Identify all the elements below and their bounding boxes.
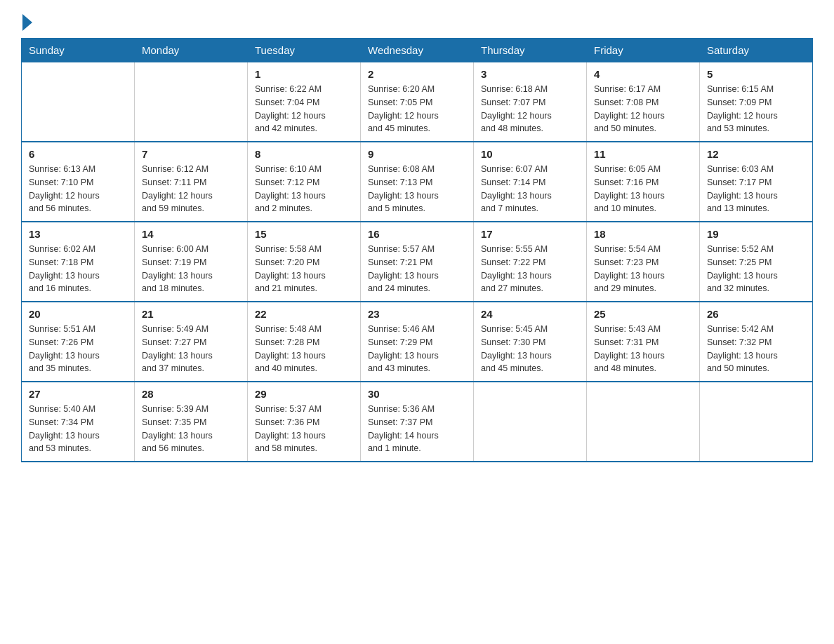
calendar-cell: 22Sunrise: 5:48 AM Sunset: 7:28 PM Dayli… — [248, 302, 361, 382]
calendar-cell: 15Sunrise: 5:58 AM Sunset: 7:20 PM Dayli… — [248, 222, 361, 302]
calendar-cell: 12Sunrise: 6:03 AM Sunset: 7:17 PM Dayli… — [700, 142, 813, 222]
day-info: Sunrise: 5:40 AM Sunset: 7:34 PM Dayligh… — [29, 403, 127, 455]
day-info: Sunrise: 5:36 AM Sunset: 7:37 PM Dayligh… — [368, 403, 466, 455]
calendar-cell: 28Sunrise: 5:39 AM Sunset: 7:35 PM Dayli… — [135, 382, 248, 462]
weekday-header-friday: Friday — [587, 39, 700, 62]
day-number: 8 — [255, 148, 353, 160]
day-number: 24 — [481, 308, 579, 320]
calendar-cell: 16Sunrise: 5:57 AM Sunset: 7:21 PM Dayli… — [361, 222, 474, 302]
day-info: Sunrise: 6:18 AM Sunset: 7:07 PM Dayligh… — [481, 83, 579, 135]
day-info: Sunrise: 5:55 AM Sunset: 7:22 PM Dayligh… — [481, 243, 579, 295]
logo-arrow-icon — [22, 14, 32, 31]
calendar-cell — [700, 382, 813, 462]
day-info: Sunrise: 5:37 AM Sunset: 7:36 PM Dayligh… — [255, 403, 353, 455]
day-number: 6 — [29, 148, 127, 160]
day-info: Sunrise: 5:58 AM Sunset: 7:20 PM Dayligh… — [255, 243, 353, 295]
calendar-cell: 25Sunrise: 5:43 AM Sunset: 7:31 PM Dayli… — [587, 302, 700, 382]
day-number: 11 — [594, 148, 692, 160]
calendar-cell: 23Sunrise: 5:46 AM Sunset: 7:29 PM Dayli… — [361, 302, 474, 382]
calendar-cell: 29Sunrise: 5:37 AM Sunset: 7:36 PM Dayli… — [248, 382, 361, 462]
day-info: Sunrise: 6:10 AM Sunset: 7:12 PM Dayligh… — [255, 163, 353, 215]
day-info: Sunrise: 5:39 AM Sunset: 7:35 PM Dayligh… — [142, 403, 240, 455]
weekday-header-thursday: Thursday — [474, 39, 587, 62]
calendar-week-5: 27Sunrise: 5:40 AM Sunset: 7:34 PM Dayli… — [22, 382, 813, 462]
day-info: Sunrise: 6:20 AM Sunset: 7:05 PM Dayligh… — [368, 83, 466, 135]
weekday-header-saturday: Saturday — [700, 39, 813, 62]
day-info: Sunrise: 5:57 AM Sunset: 7:21 PM Dayligh… — [368, 243, 466, 295]
day-number: 16 — [368, 228, 466, 240]
day-info: Sunrise: 6:05 AM Sunset: 7:16 PM Dayligh… — [594, 163, 692, 215]
day-info: Sunrise: 6:02 AM Sunset: 7:18 PM Dayligh… — [29, 243, 127, 295]
day-number: 17 — [481, 228, 579, 240]
calendar-cell: 30Sunrise: 5:36 AM Sunset: 7:37 PM Dayli… — [361, 382, 474, 462]
day-number: 3 — [481, 68, 579, 80]
weekday-row: SundayMondayTuesdayWednesdayThursdayFrid… — [22, 39, 813, 62]
day-number: 4 — [594, 68, 692, 80]
day-number: 13 — [29, 228, 127, 240]
calendar-week-3: 13Sunrise: 6:02 AM Sunset: 7:18 PM Dayli… — [22, 222, 813, 302]
calendar-cell: 11Sunrise: 6:05 AM Sunset: 7:16 PM Dayli… — [587, 142, 700, 222]
calendar-table: SundayMondayTuesdayWednesdayThursdayFrid… — [21, 38, 813, 462]
day-info: Sunrise: 6:13 AM Sunset: 7:10 PM Dayligh… — [29, 163, 127, 215]
day-number: 18 — [594, 228, 692, 240]
logo — [21, 14, 34, 31]
day-number: 1 — [255, 68, 353, 80]
day-number: 2 — [368, 68, 466, 80]
day-number: 29 — [255, 388, 353, 400]
calendar-cell: 20Sunrise: 5:51 AM Sunset: 7:26 PM Dayli… — [22, 302, 135, 382]
calendar-cell: 14Sunrise: 6:00 AM Sunset: 7:19 PM Dayli… — [135, 222, 248, 302]
calendar-header: SundayMondayTuesdayWednesdayThursdayFrid… — [22, 39, 813, 62]
calendar-cell: 13Sunrise: 6:02 AM Sunset: 7:18 PM Dayli… — [22, 222, 135, 302]
day-number: 30 — [368, 388, 466, 400]
calendar-week-2: 6Sunrise: 6:13 AM Sunset: 7:10 PM Daylig… — [22, 142, 813, 222]
day-info: Sunrise: 5:46 AM Sunset: 7:29 PM Dayligh… — [368, 323, 466, 375]
calendar-cell — [135, 62, 248, 142]
day-info: Sunrise: 6:17 AM Sunset: 7:08 PM Dayligh… — [594, 83, 692, 135]
day-number: 15 — [255, 228, 353, 240]
weekday-header-sunday: Sunday — [22, 39, 135, 62]
calendar-week-1: 1Sunrise: 6:22 AM Sunset: 7:04 PM Daylig… — [22, 62, 813, 142]
day-number: 19 — [707, 228, 805, 240]
day-info: Sunrise: 5:42 AM Sunset: 7:32 PM Dayligh… — [707, 323, 805, 375]
calendar-week-4: 20Sunrise: 5:51 AM Sunset: 7:26 PM Dayli… — [22, 302, 813, 382]
calendar-cell: 19Sunrise: 5:52 AM Sunset: 7:25 PM Dayli… — [700, 222, 813, 302]
day-info: Sunrise: 5:48 AM Sunset: 7:28 PM Dayligh… — [255, 323, 353, 375]
day-info: Sunrise: 5:43 AM Sunset: 7:31 PM Dayligh… — [594, 323, 692, 375]
calendar-cell: 1Sunrise: 6:22 AM Sunset: 7:04 PM Daylig… — [248, 62, 361, 142]
day-info: Sunrise: 6:03 AM Sunset: 7:17 PM Dayligh… — [707, 163, 805, 215]
calendar-body: 1Sunrise: 6:22 AM Sunset: 7:04 PM Daylig… — [22, 62, 813, 462]
day-number: 14 — [142, 228, 240, 240]
calendar-cell: 9Sunrise: 6:08 AM Sunset: 7:13 PM Daylig… — [361, 142, 474, 222]
day-info: Sunrise: 6:15 AM Sunset: 7:09 PM Dayligh… — [707, 83, 805, 135]
calendar-cell: 21Sunrise: 5:49 AM Sunset: 7:27 PM Dayli… — [135, 302, 248, 382]
day-number: 28 — [142, 388, 240, 400]
day-info: Sunrise: 5:45 AM Sunset: 7:30 PM Dayligh… — [481, 323, 579, 375]
weekday-header-wednesday: Wednesday — [361, 39, 474, 62]
calendar-cell — [474, 382, 587, 462]
calendar-cell: 17Sunrise: 5:55 AM Sunset: 7:22 PM Dayli… — [474, 222, 587, 302]
weekday-header-monday: Monday — [135, 39, 248, 62]
calendar-cell — [22, 62, 135, 142]
day-info: Sunrise: 5:54 AM Sunset: 7:23 PM Dayligh… — [594, 243, 692, 295]
day-info: Sunrise: 6:07 AM Sunset: 7:14 PM Dayligh… — [481, 163, 579, 215]
day-info: Sunrise: 6:08 AM Sunset: 7:13 PM Dayligh… — [368, 163, 466, 215]
calendar-cell: 2Sunrise: 6:20 AM Sunset: 7:05 PM Daylig… — [361, 62, 474, 142]
calendar-cell: 27Sunrise: 5:40 AM Sunset: 7:34 PM Dayli… — [22, 382, 135, 462]
calendar-cell: 4Sunrise: 6:17 AM Sunset: 7:08 PM Daylig… — [587, 62, 700, 142]
calendar-cell: 7Sunrise: 6:12 AM Sunset: 7:11 PM Daylig… — [135, 142, 248, 222]
day-info: Sunrise: 6:12 AM Sunset: 7:11 PM Dayligh… — [142, 163, 240, 215]
day-number: 25 — [594, 308, 692, 320]
day-number: 22 — [255, 308, 353, 320]
day-info: Sunrise: 5:51 AM Sunset: 7:26 PM Dayligh… — [29, 323, 127, 375]
calendar-cell: 3Sunrise: 6:18 AM Sunset: 7:07 PM Daylig… — [474, 62, 587, 142]
calendar-cell: 8Sunrise: 6:10 AM Sunset: 7:12 PM Daylig… — [248, 142, 361, 222]
day-number: 10 — [481, 148, 579, 160]
day-number: 21 — [142, 308, 240, 320]
day-number: 12 — [707, 148, 805, 160]
day-number: 7 — [142, 148, 240, 160]
calendar-cell: 26Sunrise: 5:42 AM Sunset: 7:32 PM Dayli… — [700, 302, 813, 382]
day-number: 5 — [707, 68, 805, 80]
calendar-cell: 24Sunrise: 5:45 AM Sunset: 7:30 PM Dayli… — [474, 302, 587, 382]
day-info: Sunrise: 6:22 AM Sunset: 7:04 PM Dayligh… — [255, 83, 353, 135]
day-number: 20 — [29, 308, 127, 320]
